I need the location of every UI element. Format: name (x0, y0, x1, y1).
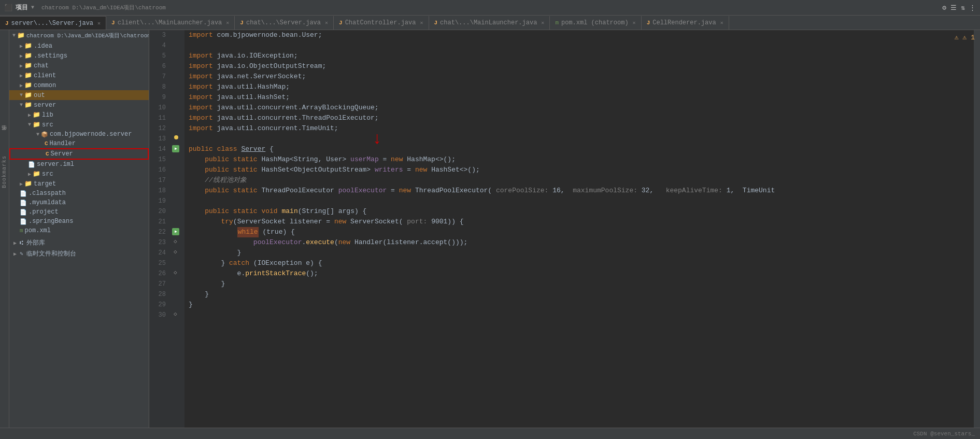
project-label[interactable]: 项目 (16, 3, 28, 12)
sort-icon[interactable]: ⇅ (961, 4, 965, 12)
gutter: ▶ ▶ ◇ ◇ ◇ ◇ (170, 30, 184, 428)
project-dropdown-icon[interactable]: ▼ (31, 5, 34, 10)
tab-label: pom.xml (chatroom) (561, 19, 629, 26)
tab-label: server\...\Server.java (11, 20, 93, 27)
code-lines[interactable]: import com.bjpowernode.bean.User; import… (184, 30, 974, 428)
line-num-8: 8 (153, 82, 166, 92)
folder-icon: 📁 (24, 81, 32, 89)
folder-icon: 📁 (24, 42, 32, 50)
settings-icon[interactable]: ⚙ (942, 4, 946, 12)
tree-item-server[interactable]: ▼ 📁 server (9, 100, 149, 110)
status-bar: CSDN @seven_stars_ (0, 428, 980, 439)
tree-item-pom-xml[interactable]: m pom.xml (9, 226, 149, 235)
tree-label-common: common (34, 82, 56, 89)
misc-file-icon: 📄 (20, 209, 27, 216)
tree-root[interactable]: ▼ 📁 chatroom D:\Java_dm\IDEA项目\chatroom (9, 30, 149, 41)
tree-item-client[interactable]: ▶ 📁 client (9, 70, 149, 80)
code-line-13 (189, 134, 970, 144)
tab-chat-server-java[interactable]: J chat\...\Server.java ✕ (235, 16, 334, 30)
tree-label-settings: .settings (34, 52, 67, 60)
tree-item-common[interactable]: ▶ 📁 common (9, 80, 149, 90)
top-bar-left: ⬛ 项目 ▼ chatroom D:\Java_dm\IDEA项目\chatro… (4, 3, 166, 12)
code-line-23: poolExecutor.execute(new Handler(listene… (189, 237, 970, 248)
tree-root-label: chatroom D:\Java_dm\IDEA项目\chatroom (26, 32, 149, 39)
tree-item-target[interactable]: ▶ 📁 target (9, 179, 149, 189)
code-line-16: public static HashSet<ObjectOutputStream… (189, 165, 970, 175)
tab-close-icon[interactable]: ✕ (97, 20, 101, 26)
tree-item-chat[interactable]: ▶ 📁 chat (9, 61, 149, 70)
tree-label-target: target (34, 180, 56, 188)
tree-item-libs[interactable]: ▶ ⑆ 外部库 (9, 237, 149, 248)
tree-item-server-file[interactable]: C Server (9, 148, 149, 160)
tree-label-classpath: .classpath (29, 190, 66, 197)
tree-item-springbeans[interactable]: 📄 .springBeans (9, 217, 149, 226)
code-container[interactable]: 3 4 5 6 7 8 9 10 11 12 13 14 15 16 17 18… (149, 30, 980, 428)
line-num-18: 18 (153, 186, 166, 196)
arrow-down-icon: ▼ (20, 92, 23, 98)
arrow-down-icon: ▼ (36, 132, 39, 137)
tab-close-icon[interactable]: ✕ (420, 20, 423, 26)
line-num-17: 17 (153, 175, 166, 186)
tree-item-settings[interactable]: ▶ 📁 .settings (9, 51, 149, 61)
tree-label-lib: lib (42, 111, 53, 119)
tab-label: ChatController.java (345, 19, 416, 26)
tab-label: chat\...\Server.java (246, 19, 321, 26)
java-icon: J (339, 20, 343, 26)
tab-close-icon[interactable]: ✕ (633, 20, 636, 26)
code-line-28: } (189, 289, 970, 300)
tree-item-server-iml[interactable]: 📄 server.iml (9, 160, 149, 169)
status-right: CSDN @seven_stars_ (913, 431, 975, 437)
tab-close-icon[interactable]: ✕ (720, 20, 723, 26)
code-line-9: import java.util.HashSet; (189, 92, 970, 103)
project-folder-icon: 📁 (17, 32, 25, 39)
code-line-30 (189, 310, 970, 320)
xml-file-icon: m (20, 228, 23, 234)
tree-label-myumldata: .myumldata (29, 199, 66, 206)
list-icon[interactable]: ☰ (950, 4, 957, 12)
tree-item-classpath[interactable]: 📄 .classpath (9, 189, 149, 198)
tree-item-idea[interactable]: ▶ 📁 .idea (9, 41, 149, 51)
scrollbar[interactable] (974, 30, 980, 428)
tree-item-lib[interactable]: ▶ 📁 lib (9, 110, 149, 120)
code-line-19 (189, 196, 970, 206)
tab-close-icon[interactable]: ✕ (541, 20, 544, 26)
line-num-21: 21 (153, 217, 166, 227)
code-line-4 (189, 40, 970, 51)
tab-pom-xml[interactable]: m pom.xml (chatroom) ✕ (550, 16, 641, 30)
bookmarks-label: 书签 (1, 134, 8, 135)
run-button-20[interactable]: ▶ (172, 227, 180, 235)
tree-item-handler[interactable]: C Handler (9, 139, 149, 148)
tree-item-project[interactable]: 📄 .project (9, 207, 149, 217)
folder-icon: 📁 (24, 180, 32, 188)
tab-cellrenderer-java[interactable]: J CellRenderer.java ✕ (642, 16, 729, 30)
tab-mainlauncher-java[interactable]: J client\...\MainLauncher.java ✕ (106, 16, 235, 30)
tab-close-icon[interactable]: ✕ (226, 20, 229, 26)
bp-marker-27: ◇ (174, 310, 177, 318)
tab-close-icon[interactable]: ✕ (325, 20, 328, 26)
tree-item-myumldata[interactable]: 📄 .myumldata (9, 198, 149, 207)
editor-area[interactable]: ⚠ ⚠ 1 ↓ 3 4 5 6 7 8 9 10 11 12 13 1 (149, 30, 980, 428)
red-arrow-down: ↓ (372, 131, 382, 148)
tree-label-server: server (34, 102, 56, 109)
line-num-27: 27 (153, 279, 166, 289)
tree-item-src[interactable]: ▼ 📁 src (9, 120, 149, 130)
tree-label-chat: chat (34, 62, 49, 69)
tab-chatcontroller-java[interactable]: J ChatController.java ✕ (334, 16, 429, 30)
tree-label-server-iml: server.iml (37, 161, 74, 168)
tree-item-out[interactable]: ▼ 📁 out (9, 90, 149, 100)
tree-label-out: out (34, 92, 45, 99)
more-icon[interactable]: ⋮ (969, 4, 976, 12)
tree-item-package[interactable]: ▼ 📦 com.bjpowernode.server (9, 130, 149, 139)
tree-item-src2[interactable]: ▶ 📁 src (9, 169, 149, 179)
arrow-down-icon: ▼ (28, 122, 31, 128)
tab-server-java[interactable]: J server\...\Server.java ✕ (0, 16, 106, 30)
java-file-icon: C (46, 151, 49, 157)
code-line-8: import java.util.HashMap; (189, 82, 970, 92)
run-button-14[interactable]: ▶ (172, 144, 180, 152)
arrow-right-icon: ▶ (13, 251, 17, 257)
line-num-19: 19 (153, 196, 166, 206)
tree-item-scratch[interactable]: ▶ ✎ 临时文件和控制台 (9, 248, 149, 259)
tab-chat-mainlauncher-java[interactable]: J chat\...\MainLauncher.java ✕ (429, 16, 550, 30)
line-num-13: 13 (153, 134, 166, 144)
tree-label-handler: Handler (50, 140, 76, 147)
